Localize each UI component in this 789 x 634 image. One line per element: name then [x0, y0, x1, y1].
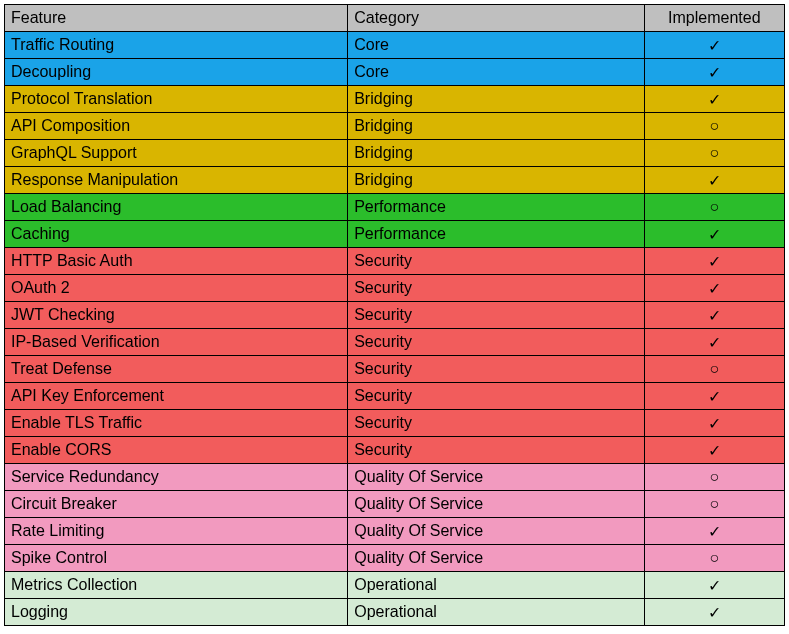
- cell-category: Security: [348, 275, 644, 302]
- cell-feature: Protocol Translation: [5, 86, 348, 113]
- table-row: GraphQL SupportBridging○: [5, 140, 785, 167]
- table-row: JWT CheckingSecurity✓: [5, 302, 785, 329]
- cell-feature: Logging: [5, 599, 348, 626]
- check-icon: ✓: [644, 86, 784, 113]
- circle-icon: ○: [644, 491, 784, 518]
- cell-feature: Treat Defense: [5, 356, 348, 383]
- cell-category: Bridging: [348, 167, 644, 194]
- circle-icon: ○: [644, 194, 784, 221]
- cell-feature: GraphQL Support: [5, 140, 348, 167]
- check-icon: ✓: [644, 302, 784, 329]
- cell-feature: Enable TLS Traffic: [5, 410, 348, 437]
- check-icon: ✓: [644, 518, 784, 545]
- check-icon: ✓: [644, 572, 784, 599]
- check-icon: ✓: [644, 248, 784, 275]
- cell-feature: Caching: [5, 221, 348, 248]
- circle-icon: ○: [644, 545, 784, 572]
- table-row: DecouplingCore✓: [5, 59, 785, 86]
- cell-feature: OAuth 2: [5, 275, 348, 302]
- circle-icon: ○: [644, 464, 784, 491]
- cell-category: Security: [348, 437, 644, 464]
- cell-category: Core: [348, 32, 644, 59]
- cell-category: Performance: [348, 194, 644, 221]
- table-row: Protocol TranslationBridging✓: [5, 86, 785, 113]
- table-row: Metrics CollectionOperational✓: [5, 572, 785, 599]
- cell-category: Quality Of Service: [348, 518, 644, 545]
- header-category: Category: [348, 5, 644, 32]
- check-icon: ✓: [644, 32, 784, 59]
- cell-feature: IP-Based Verification: [5, 329, 348, 356]
- cell-category: Bridging: [348, 86, 644, 113]
- cell-category: Operational: [348, 572, 644, 599]
- check-icon: ✓: [644, 329, 784, 356]
- table-row: IP-Based VerificationSecurity✓: [5, 329, 785, 356]
- cell-feature: API Composition: [5, 113, 348, 140]
- cell-category: Quality Of Service: [348, 464, 644, 491]
- cell-feature: Decoupling: [5, 59, 348, 86]
- cell-feature: Traffic Routing: [5, 32, 348, 59]
- check-icon: ✓: [644, 167, 784, 194]
- cell-feature: Enable CORS: [5, 437, 348, 464]
- cell-feature: Service Redundancy: [5, 464, 348, 491]
- cell-feature: Circuit Breaker: [5, 491, 348, 518]
- table-row: Traffic RoutingCore✓: [5, 32, 785, 59]
- table-row: HTTP Basic AuthSecurity✓: [5, 248, 785, 275]
- check-icon: ✓: [644, 275, 784, 302]
- cell-feature: HTTP Basic Auth: [5, 248, 348, 275]
- table-row: LoggingOperational✓: [5, 599, 785, 626]
- cell-category: Security: [348, 329, 644, 356]
- cell-category: Bridging: [348, 140, 644, 167]
- cell-feature: Rate Limiting: [5, 518, 348, 545]
- cell-category: Security: [348, 356, 644, 383]
- cell-feature: Spike Control: [5, 545, 348, 572]
- table-row: OAuth 2Security✓: [5, 275, 785, 302]
- check-icon: ✓: [644, 59, 784, 86]
- table-row: Spike ControlQuality Of Service○: [5, 545, 785, 572]
- table-row: Circuit BreakerQuality Of Service○: [5, 491, 785, 518]
- cell-category: Operational: [348, 599, 644, 626]
- table-row: Treat DefenseSecurity○: [5, 356, 785, 383]
- header-implemented: Implemented: [644, 5, 784, 32]
- cell-category: Core: [348, 59, 644, 86]
- check-icon: ✓: [644, 410, 784, 437]
- check-icon: ✓: [644, 383, 784, 410]
- cell-feature: JWT Checking: [5, 302, 348, 329]
- table-row: Enable TLS TrafficSecurity✓: [5, 410, 785, 437]
- header-feature: Feature: [5, 5, 348, 32]
- check-icon: ✓: [644, 437, 784, 464]
- table-row: API CompositionBridging○: [5, 113, 785, 140]
- cell-category: Quality Of Service: [348, 545, 644, 572]
- cell-category: Performance: [348, 221, 644, 248]
- table-row: Service RedundancyQuality Of Service○: [5, 464, 785, 491]
- cell-category: Security: [348, 302, 644, 329]
- circle-icon: ○: [644, 140, 784, 167]
- circle-icon: ○: [644, 113, 784, 140]
- table-row: Response ManipulationBridging✓: [5, 167, 785, 194]
- cell-feature: Load Balancing: [5, 194, 348, 221]
- cell-feature: Response Manipulation: [5, 167, 348, 194]
- feature-table: Feature Category Implemented Traffic Rou…: [4, 4, 785, 626]
- header-row: Feature Category Implemented: [5, 5, 785, 32]
- check-icon: ✓: [644, 599, 784, 626]
- cell-category: Bridging: [348, 113, 644, 140]
- cell-category: Security: [348, 248, 644, 275]
- cell-category: Security: [348, 410, 644, 437]
- check-icon: ✓: [644, 221, 784, 248]
- table-row: Enable CORSSecurity✓: [5, 437, 785, 464]
- cell-feature: Metrics Collection: [5, 572, 348, 599]
- table-row: Load BalancingPerformance○: [5, 194, 785, 221]
- table-row: CachingPerformance✓: [5, 221, 785, 248]
- table-row: Rate LimitingQuality Of Service✓: [5, 518, 785, 545]
- cell-category: Quality Of Service: [348, 491, 644, 518]
- cell-feature: API Key Enforcement: [5, 383, 348, 410]
- circle-icon: ○: [644, 356, 784, 383]
- cell-category: Security: [348, 383, 644, 410]
- table-row: API Key EnforcementSecurity✓: [5, 383, 785, 410]
